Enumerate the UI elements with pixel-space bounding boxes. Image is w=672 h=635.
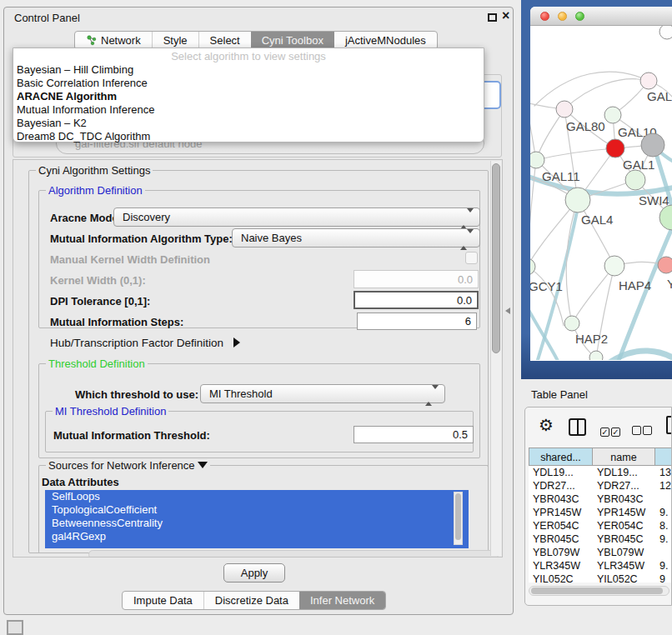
node-label: GAL80 (566, 119, 605, 133)
network-canvas[interactable]: GAL7GAL80GAL10GAL1GAL11SWI4GAL4GCY1HAP4Y… (530, 26, 672, 360)
tab-network[interactable]: Network (75, 32, 152, 49)
table-row[interactable]: YIL052CYIL052C9 (529, 572, 672, 582)
network-node[interactable] (658, 257, 672, 273)
hub-section-label[interactable]: Hub/Transcription Factor Definition (50, 337, 240, 349)
table-row[interactable]: YLR345WYLR345W9. (529, 559, 672, 572)
network-node[interactable] (641, 133, 664, 157)
list-item[interactable]: gal4RGexp (45, 530, 469, 543)
network-node[interactable] (556, 101, 573, 118)
network-node[interactable] (589, 351, 603, 360)
network-node[interactable] (564, 316, 579, 331)
combo-arrows-icon (460, 212, 474, 225)
tab-discretize-data[interactable]: Discretize Data (203, 592, 299, 609)
network-edge[interactable] (530, 267, 564, 326)
column-header[interactable]: name (593, 448, 655, 466)
table-panel: ⚙ ✓✓ shared... name A YDL19...YDL19...13… (524, 407, 672, 606)
table-horizontal-scrollbar[interactable] (529, 586, 669, 596)
collapse-down-icon[interactable] (198, 462, 208, 468)
table-row[interactable]: YBR043CYBR043C (529, 492, 672, 506)
network-node[interactable] (530, 258, 535, 275)
dropdown-item[interactable]: Bayesian – K2 (13, 117, 484, 130)
network-node[interactable] (604, 256, 624, 276)
tab-style[interactable]: Style (152, 32, 198, 49)
mi-type-label: Mutual Information Algorithm Type: (50, 232, 233, 245)
mi-type-combo[interactable]: Naive Bayes (232, 228, 480, 248)
network-icon (86, 35, 97, 46)
list-scrollbar[interactable] (454, 492, 463, 545)
node-label: Y (667, 277, 672, 291)
apply-button[interactable]: Apply (223, 563, 285, 582)
network-node[interactable] (659, 205, 672, 230)
tab-infer-network[interactable]: Infer Network (299, 592, 385, 609)
dropdown-item[interactable]: Dream8 DC_TDC Algorithm (13, 130, 484, 143)
network-edge[interactable] (530, 301, 559, 360)
table-toolbar: ⚙ ✓✓ (525, 408, 671, 446)
table-row[interactable]: YDL19...YDL19...13 (529, 466, 672, 479)
network-node[interactable] (659, 26, 672, 39)
network-node[interactable] (606, 139, 624, 158)
list-item[interactable]: BetweennessCentrality (45, 517, 469, 530)
manual-kernel-checkbox[interactable] (465, 252, 478, 264)
deselect-all-columns-icon[interactable] (632, 423, 654, 438)
node-label: HAP2 (575, 332, 608, 346)
minimize-traffic-light-icon[interactable] (558, 12, 567, 21)
zoom-traffic-light-icon[interactable] (575, 12, 584, 21)
which-threshold-label: Which threshold to use: (75, 388, 198, 401)
list-item[interactable]: TopologicalCoefficient (45, 503, 469, 517)
mi-threshold-input[interactable]: 0.5 (354, 426, 474, 443)
list-item[interactable]: SelfLoops (45, 490, 469, 503)
column-header[interactable]: shared... (529, 448, 593, 466)
maximize-icon[interactable] (488, 13, 497, 22)
select-all-columns-icon[interactable]: ✓✓ (600, 423, 622, 438)
settings-scrollbar[interactable] (490, 161, 501, 556)
tab-cyni-toolbox[interactable]: Cyni Toolbox (251, 32, 334, 49)
dpi-tolerance-input[interactable]: 0.0 (354, 291, 479, 309)
control-panel-title: Control Panel (14, 12, 80, 24)
table-row[interactable]: YER054CYER054C8. (529, 519, 672, 532)
aracne-mode-combo[interactable]: Discovery (113, 208, 480, 227)
table-row[interactable]: YDR27...YDR27...12 (529, 479, 672, 492)
tab-jactivemnodules[interactable]: jActiveMNodules (334, 32, 437, 49)
close-traffic-light-icon[interactable] (540, 12, 549, 21)
node-label: GAL11 (542, 169, 580, 183)
kernel-width-input[interactable]: 0.0 (354, 270, 479, 288)
combo-arrows-icon (460, 233, 474, 246)
network-window-titlebar[interactable] (530, 7, 672, 26)
data-attributes-list[interactable]: SelfLoops TopologicalCoefficient Between… (45, 490, 469, 548)
dropdown-item[interactable]: Bayesian – Hill Climbing (13, 63, 484, 77)
column-header[interactable]: A (655, 448, 672, 466)
columns-icon[interactable] (569, 418, 586, 436)
mi-threshold-label: Mutual Information Threshold: (53, 429, 210, 442)
dropdown-item[interactable]: Mutual Information Inference (13, 103, 484, 117)
network-window: GAL7GAL80GAL10GAL1GAL11SWI4GAL4GCY1HAP4Y… (530, 7, 672, 361)
mi-steps-input[interactable]: 6 (357, 312, 477, 330)
dpi-tolerance-label: DPI Tolerance [0,1]: (50, 295, 150, 308)
network-edge[interactable] (536, 148, 615, 160)
list-item[interactable] (45, 543, 469, 548)
network-node[interactable] (530, 152, 544, 168)
network-node[interactable] (604, 107, 621, 123)
table-row[interactable]: YBL079WYBL079W (529, 546, 672, 559)
table-row[interactable]: YPR145WYPR145W9. (529, 506, 672, 519)
network-node[interactable] (565, 188, 590, 212)
network-graph[interactable]: GAL7GAL80GAL10GAL1GAL11SWI4GAL4GCY1HAP4Y… (530, 26, 672, 360)
network-edge[interactable] (564, 79, 649, 109)
gear-icon[interactable]: ⚙ (539, 415, 554, 435)
network-edge[interactable] (534, 72, 649, 106)
network-edge[interactable] (609, 351, 672, 360)
tab-impute-data[interactable]: Impute Data (123, 592, 203, 609)
close-icon[interactable]: × (502, 8, 509, 23)
network-node[interactable] (640, 72, 657, 89)
algorithm-dropdown-popup: Select algorithm to view settings Bayesi… (13, 48, 484, 142)
dropdown-item[interactable]: Basic Correlation Inference (13, 77, 484, 90)
minimized-window-icon[interactable] (7, 620, 23, 635)
table-row[interactable]: YBR045CYBR045C9. (529, 532, 672, 546)
horizontal-scrollbar[interactable] (88, 550, 499, 558)
which-threshold-combo[interactable]: MI Threshold (200, 384, 445, 403)
network-node[interactable] (625, 170, 645, 190)
new-table-icon[interactable] (666, 416, 672, 434)
tab-select[interactable]: Select (198, 32, 251, 49)
dropdown-item-selected[interactable]: ARACNE Algorithm (13, 90, 484, 103)
panel-resize-grip[interactable] (505, 308, 510, 314)
expand-right-icon[interactable] (233, 338, 240, 348)
